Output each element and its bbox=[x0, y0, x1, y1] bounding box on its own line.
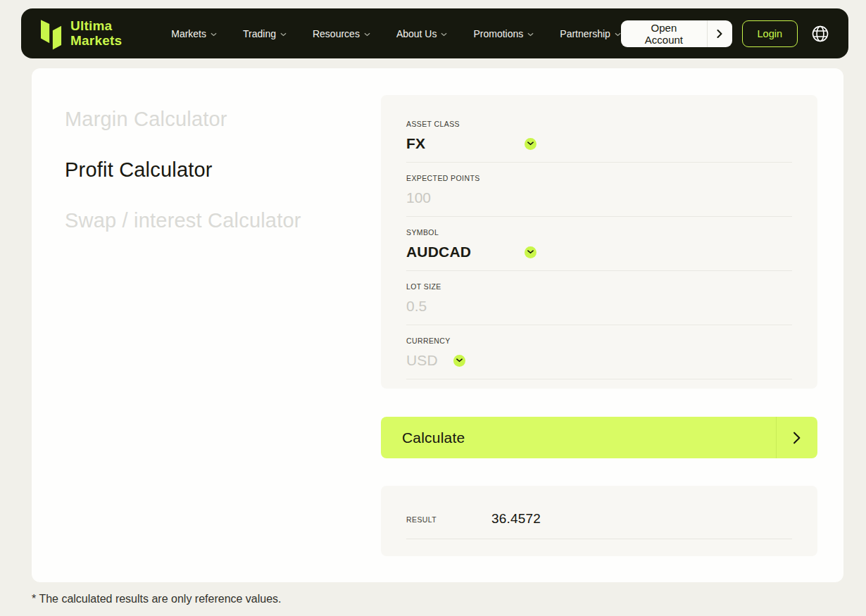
chevron-down-icon bbox=[615, 32, 621, 37]
result-panel: RESULT 36.4572 bbox=[381, 486, 817, 556]
form-field: SYMBOL AUDCAD bbox=[406, 217, 792, 271]
field-input[interactable] bbox=[406, 189, 792, 206]
calculate-label: Calculate bbox=[381, 429, 465, 446]
field-label: LOT SIZE bbox=[406, 282, 792, 291]
calculate-button[interactable]: Calculate bbox=[381, 417, 817, 458]
nav-item-label: About Us bbox=[396, 28, 437, 39]
form-field: CURRENCY USD bbox=[406, 325, 792, 379]
chevron-down-icon bbox=[441, 32, 447, 37]
open-account-button[interactable]: Open Account bbox=[621, 20, 732, 47]
brand-logo[interactable]: Ultima Markets bbox=[41, 18, 122, 50]
field-value: FX bbox=[406, 135, 525, 152]
chevron-down-icon[interactable] bbox=[525, 246, 536, 258]
calculator-tab[interactable]: Margin Calculator bbox=[65, 108, 301, 131]
chevron-down-icon bbox=[527, 32, 534, 37]
field-control bbox=[406, 297, 792, 315]
field-label: EXPECTED POINTS bbox=[406, 174, 792, 182]
nav-item-label: Trading bbox=[243, 28, 276, 39]
calculator-card: Margin Calculator Profit Calculator Swap… bbox=[32, 68, 843, 582]
field-control bbox=[406, 189, 792, 207]
disclaimer-text: * The calculated results are only refere… bbox=[32, 593, 282, 605]
field-label: ASSET CLASS bbox=[406, 120, 792, 128]
form-field: LOT SIZE bbox=[406, 271, 792, 325]
calculator-tab[interactable]: Profit Calculator bbox=[65, 158, 301, 182]
nav-item-label: Markets bbox=[171, 28, 206, 39]
nav-actions: Open Account Login bbox=[621, 20, 834, 47]
field-label: CURRENCY bbox=[406, 337, 792, 345]
field-dropdown[interactable]: AUDCAD bbox=[406, 244, 536, 260]
result-label: RESULT bbox=[406, 515, 491, 524]
nav-menu-item[interactable]: Promotions bbox=[473, 28, 534, 39]
calculator-form-panel: ASSET CLASS FX EXPECTED POINTS bbox=[381, 95, 817, 389]
tab-label: Margin Calculator bbox=[65, 108, 227, 130]
chevron-down-icon[interactable] bbox=[453, 355, 465, 367]
chevron-down-icon bbox=[364, 32, 370, 37]
chevron-right-icon bbox=[708, 20, 732, 47]
nav-menu-item[interactable]: Partnership bbox=[560, 28, 621, 39]
field-control: FX bbox=[406, 134, 792, 153]
field-dropdown[interactable]: FX bbox=[406, 135, 536, 152]
field-input[interactable] bbox=[406, 298, 792, 315]
field-dropdown[interactable]: USD bbox=[406, 352, 465, 369]
field-control: USD bbox=[406, 351, 792, 370]
login-button[interactable]: Login bbox=[742, 20, 798, 47]
nav-menu: Markets Trading Resources About Us Promo… bbox=[171, 28, 621, 39]
language-globe-icon[interactable] bbox=[810, 23, 830, 44]
open-account-label: Open Account bbox=[621, 20, 707, 47]
chevron-down-icon bbox=[211, 32, 217, 37]
field-control: AUDCAD bbox=[406, 243, 792, 261]
tab-label: Swap / interest Calculator bbox=[65, 209, 301, 232]
brand-name: Ultima Markets bbox=[70, 19, 122, 48]
form-field: EXPECTED POINTS bbox=[406, 163, 792, 217]
field-value: AUDCAD bbox=[406, 244, 525, 260]
nav-menu-item[interactable]: Resources bbox=[313, 28, 370, 39]
result-value: 36.4572 bbox=[491, 511, 541, 527]
nav-item-label: Resources bbox=[313, 28, 360, 39]
nav-item-label: Partnership bbox=[560, 28, 610, 39]
nav-menu-item[interactable]: Markets bbox=[171, 28, 217, 39]
calculator-tab[interactable]: Swap / interest Calculator bbox=[65, 209, 301, 232]
field-value: USD bbox=[406, 352, 438, 369]
nav-menu-item[interactable]: Trading bbox=[243, 28, 287, 39]
tab-label: Profit Calculator bbox=[65, 158, 213, 181]
field-label: SYMBOL bbox=[406, 228, 792, 237]
ultima-markets-logo-icon bbox=[41, 18, 62, 50]
nav-menu-item[interactable]: About Us bbox=[396, 28, 448, 39]
top-navbar: Ultima Markets Markets Trading Resources… bbox=[21, 8, 848, 58]
result-row: RESULT 36.4572 bbox=[406, 486, 792, 539]
nav-item-label: Promotions bbox=[473, 28, 523, 39]
chevron-down-icon bbox=[280, 32, 287, 37]
calculator-tabs: Margin Calculator Profit Calculator Swap… bbox=[65, 108, 301, 232]
chevron-down-icon[interactable] bbox=[525, 138, 536, 150]
form-field: ASSET CLASS FX bbox=[406, 108, 792, 163]
chevron-right-icon bbox=[776, 417, 817, 458]
